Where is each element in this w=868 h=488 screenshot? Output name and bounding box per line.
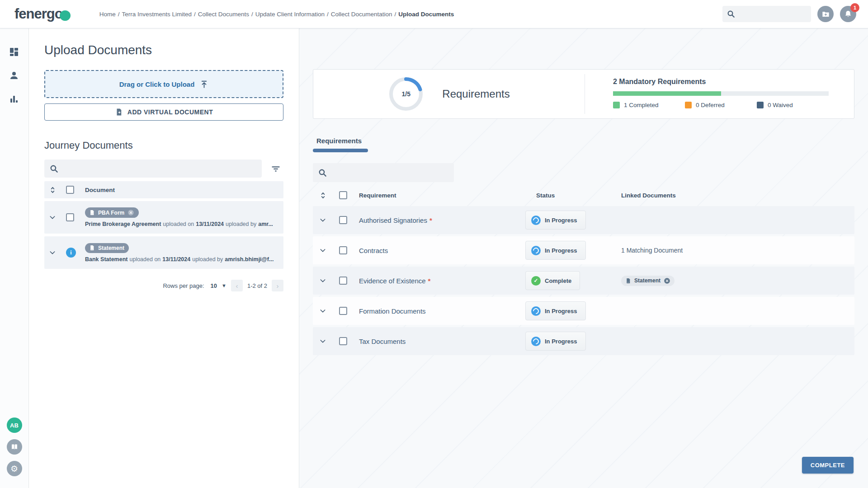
search-icon [50,164,58,173]
select-all-documents-checkbox[interactable] [66,186,74,194]
requirements-search-input[interactable] [313,163,454,182]
notifications-button[interactable]: 1 [840,6,856,22]
expand-row-icon[interactable] [319,338,339,345]
requirements-progress-ring: 1/5 [388,76,424,112]
document-column-header: Document [85,187,283,193]
document-row-statement: i Statement Bank Statementuploaded on13/… [44,236,283,269]
global-search-input[interactable] [722,6,811,22]
expand-row-icon[interactable] [319,277,339,284]
top-bar: fenergo Home/Terra Investments Limited/C… [0,0,868,28]
status-chip[interactable]: In Progress [525,211,586,230]
settings-button[interactable]: ⚙ [7,461,22,476]
knowledge-base-button[interactable] [7,439,22,455]
upload-icon [200,80,208,89]
requirement-checkbox[interactable] [339,337,347,345]
document-checkbox[interactable] [66,213,74,221]
linked-document-pill[interactable]: Statement [621,276,675,286]
expand-row-icon[interactable] [49,214,66,221]
tab-active-indicator [313,149,368,152]
in-progress-icon [531,246,541,255]
nav-rail: AB ⚙ [0,28,29,488]
notification-badge: 1 [850,3,859,12]
requirement-checkbox[interactable] [339,216,347,224]
in-progress-icon [531,306,541,316]
upload-dropzone[interactable]: Drag or Click to Upload [44,70,283,98]
add-document-button[interactable] [817,6,834,22]
legend: 1 Completed 0 Deferred 0 Waived [613,102,829,108]
expand-row-icon[interactable] [49,249,66,256]
tab-requirements[interactable]: Requirements [313,137,368,152]
user-avatar[interactable]: AB [7,418,22,433]
required-asterisk: * [428,277,431,285]
dashboard-icon[interactable] [9,47,20,58]
logo-text: fenergo [14,6,63,22]
progress-fraction: 1/5 [388,76,424,112]
status-label: In Progress [545,338,577,345]
sort-icon[interactable] [319,192,339,199]
document-tag-pill[interactable]: Statement [85,243,129,253]
document-icon [625,278,631,284]
breadcrumb-item[interactable]: Update Client Information [255,11,325,18]
breadcrumb-separator: / [327,11,329,18]
breadcrumb-item: Upload Documents [398,11,454,18]
breadcrumb-separator: / [251,11,253,18]
complete-button[interactable]: COMPLETE [802,457,854,474]
requirement-row-tax-documents: Tax Documents In Progress [313,327,854,355]
add-virtual-document-button[interactable]: ADD VIRTUAL DOCUMENT [44,103,283,121]
breadcrumb-item[interactable]: Collect Documents [198,11,249,18]
breadcrumb-item[interactable]: Terra Investments Limited [122,11,192,18]
breadcrumb-item[interactable]: Home [99,11,116,18]
breadcrumb-separator: / [118,11,120,18]
document-meta: Bank Statementuploaded on13/11/2024uploa… [85,256,283,263]
summary-title: Requirements [442,88,509,100]
reports-icon[interactable] [9,94,20,105]
matching-documents-link[interactable]: 1 Matching Document [621,247,854,254]
document-tag-label: PBA Form [98,210,124,216]
requirement-row-contracts: Contracts In Progress 1 Matching Documen… [313,236,854,264]
completed-swatch [613,102,620,108]
journey-documents-search-input[interactable] [44,160,262,178]
clients-icon[interactable] [9,70,20,82]
rows-per-page-select[interactable]: 10 [211,282,217,289]
breadcrumb-separator: / [395,11,396,18]
journey-documents-header-row: Document [44,181,283,198]
pagination: Rows per page: 10 ▼ ‹ 1-2 of 2 › [44,280,283,291]
status-chip[interactable]: ✓Complete [525,271,580,290]
expand-row-icon[interactable] [319,247,339,254]
chevron-down-icon[interactable]: ▼ [222,283,226,288]
status-label: In Progress [545,308,577,314]
waived-legend-label: 0 Waived [768,102,793,108]
rows-per-page-label: Rows per page: [163,282,204,289]
select-all-requirements-checkbox[interactable] [339,191,347,199]
breadcrumb-item[interactable]: Collect Documentation [331,11,392,18]
requirement-row-formation-documents: Formation Documents In Progress [313,297,854,325]
document-row-pba-form: PBA Form Prime Brokerage Agreementupload… [44,201,283,234]
previous-page-button[interactable]: ‹ [231,280,243,291]
status-chip[interactable]: In Progress [525,332,586,351]
status-label: In Progress [545,247,577,254]
expand-row-icon[interactable] [319,216,339,224]
next-page-button[interactable]: › [272,280,283,291]
requirement-name: Contracts [359,247,388,254]
complete-check-icon: ✓ [531,276,541,286]
search-icon [727,10,735,18]
fenergo-logo: fenergo [14,6,71,22]
tab-requirements-label: Requirements [313,137,368,145]
sort-icon[interactable] [49,186,66,194]
page-title: Upload Documents [44,43,283,57]
info-icon[interactable]: i [66,248,76,258]
upload-documents-panel: Upload Documents Drag or Click to Upload… [29,28,299,488]
pagination-range: 1-2 of 2 [247,282,267,289]
expand-row-icon[interactable] [319,307,339,314]
topbar-actions: 1 [722,6,856,22]
requirement-checkbox[interactable] [339,277,347,285]
filter-button[interactable] [268,161,283,176]
remove-tag-icon[interactable] [127,209,134,216]
requirement-checkbox[interactable] [339,307,347,315]
requirement-checkbox[interactable] [339,246,347,254]
document-tag-pill[interactable]: PBA Form [85,207,139,218]
linked-document-label: Statement [634,277,660,284]
status-chip[interactable]: In Progress [525,241,586,260]
unlink-document-icon[interactable] [664,277,670,284]
status-chip[interactable]: In Progress [525,301,586,320]
